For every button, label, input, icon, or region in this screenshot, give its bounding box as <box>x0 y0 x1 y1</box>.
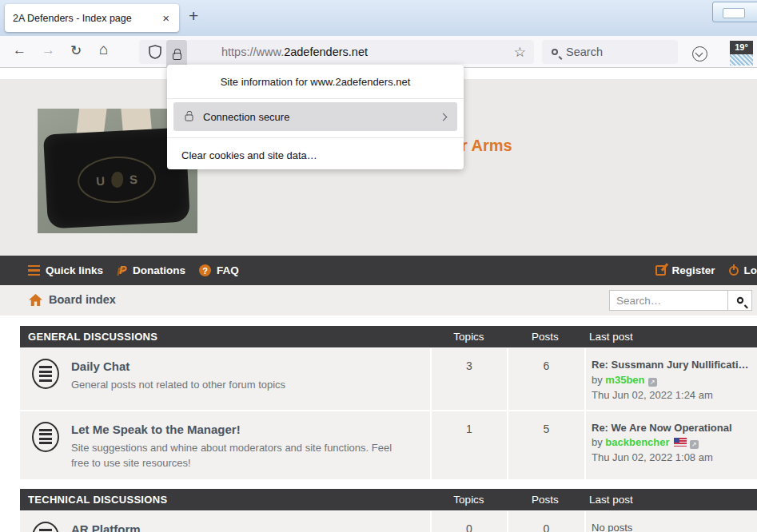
home-icon <box>29 294 42 306</box>
forum-index: GENERAL DISCUSSIONS Topics Posts Last po… <box>20 326 757 532</box>
forum-topics-count: 1 <box>432 411 507 479</box>
paypal-icon <box>117 264 127 277</box>
login-power-icon <box>729 266 739 276</box>
popup-title: Site information for www.2adefenders.net <box>167 65 464 88</box>
lock-icon <box>173 53 181 60</box>
last-post-byline: by backbencher↗ <box>592 436 699 448</box>
new-tab-button[interactable]: + <box>189 6 198 26</box>
last-post-byline: by m35ben↗ <box>592 374 657 386</box>
question-icon: ? <box>199 264 211 276</box>
home-button[interactable]: ⌂ <box>99 41 108 58</box>
forum-link[interactable]: AR Platform <box>71 522 165 532</box>
forum-posts-count: 0 <box>508 511 584 532</box>
eagle-emblem-icon <box>111 172 124 189</box>
register-link[interactable]: Register <box>671 264 715 276</box>
forum-posts-count: 6 <box>508 348 584 410</box>
quick-links-button[interactable]: Quick links <box>28 264 103 276</box>
login-link[interactable]: Lo <box>744 264 757 276</box>
forum-cell-description: AR Platform The AR and variants <box>20 511 430 532</box>
toolbar-search-placeholder: Search <box>566 46 603 58</box>
forum-topic-icon <box>32 522 59 532</box>
tracking-shield-icon[interactable] <box>149 45 161 59</box>
back-button[interactable]: ← <box>13 42 26 58</box>
last-post-time: Thu Jun 02, 2022 1:08 am <box>592 451 713 463</box>
url-domain: 2adefenders.net <box>284 46 368 58</box>
clear-cookies-button[interactable]: Clear cookies and site data… <box>167 138 464 161</box>
url-prefix: https://www. <box>221 46 284 58</box>
breadcrumb-bar: Board index <box>0 285 757 316</box>
forum-posts-count: 5 <box>508 411 584 479</box>
breadcrumb-label: Board index <box>49 293 116 306</box>
section-header-general: GENERAL DISCUSSIONS Topics Posts Last po… <box>20 326 757 347</box>
goto-last-post-icon[interactable]: ↗ <box>690 440 699 449</box>
forum-cell-description: Daily Chat General posts not related to … <box>20 348 430 410</box>
donations-label: Donations <box>133 264 185 276</box>
lock-button[interactable] <box>166 40 187 68</box>
faq-label: FAQ <box>217 264 239 276</box>
window-control-button[interactable] <box>712 2 757 22</box>
bookmark-star-icon[interactable]: ☆ <box>514 44 526 61</box>
tab-strip: 2A Defenders - Index page × + <box>0 0 757 36</box>
tab-close-icon[interactable]: × <box>161 11 171 25</box>
pouch-letter-u: U <box>96 174 106 189</box>
section-header-technical: TECHNICAL DISCUSSIONS Topics Posts Last … <box>20 489 757 510</box>
last-post-author[interactable]: m35ben <box>605 374 644 386</box>
us-flag-icon <box>674 438 687 447</box>
column-topics: Topics <box>431 494 507 506</box>
url-bar[interactable]: https://www.2adefenders.net ☆ <box>139 40 534 64</box>
weather-extension-icon[interactable]: 19° <box>730 41 753 66</box>
forum-last-post: Re: Sussmann Jury Nullificati… by m35ben… <box>586 348 757 410</box>
last-post-link[interactable]: Re: We Are Now Operational <box>592 421 752 436</box>
last-post-author[interactable]: backbencher <box>605 436 669 448</box>
forum-navbar-right: Register Lo <box>655 264 757 276</box>
last-post-time: Thu Jun 02, 2022 1:24 am <box>592 389 713 401</box>
forum-description: General posts not related to other forum… <box>71 377 285 393</box>
connection-secure-label: Connection secure <box>203 111 289 123</box>
pocket-icon[interactable] <box>692 46 707 62</box>
forum-row-manager: Let Me Speak to the Manager! Site sugges… <box>20 411 757 479</box>
search-icon <box>552 49 558 55</box>
section-title[interactable]: TECHNICAL DISCUSSIONS <box>20 494 431 506</box>
browser-tab[interactable]: 2A Defenders - Index page × <box>5 4 179 32</box>
forum-last-post: Re: We Are Now Operational by backbenche… <box>586 411 757 479</box>
forum-topics-count: 0 <box>432 511 507 532</box>
breadcrumb[interactable]: Board index <box>29 293 116 306</box>
column-last-post: Last post <box>584 331 757 343</box>
lock-icon <box>185 114 193 121</box>
tab-title: 2A Defenders - Index page <box>13 13 161 24</box>
weather-rain-icon <box>730 54 753 66</box>
forum-topic-icon <box>32 359 59 389</box>
column-posts: Posts <box>507 494 584 506</box>
forum-search-button[interactable] <box>727 290 752 311</box>
forum-row-daily-chat: Daily Chat General posts not related to … <box>20 348 757 410</box>
reload-button[interactable]: ↻ <box>70 42 82 59</box>
column-posts: Posts <box>507 331 584 343</box>
last-post-link[interactable]: Re: Sussmann Jury Nullificati… <box>592 358 752 373</box>
hamburger-icon <box>28 265 40 276</box>
forum-search-input[interactable] <box>609 290 727 311</box>
forum-search <box>609 290 752 311</box>
pouch-letter-s: S <box>129 173 138 187</box>
forum-topic-icon <box>32 422 59 452</box>
forum-description: Site suggestions and whine about moderat… <box>71 440 407 471</box>
donations-button[interactable]: Donations <box>117 264 185 277</box>
faq-button[interactable]: ? FAQ <box>199 264 239 276</box>
goto-last-post-icon[interactable]: ↗ <box>648 378 657 387</box>
forum-topics-count: 3 <box>432 348 507 410</box>
weather-temperature: 19° <box>730 41 753 54</box>
chevron-right-icon <box>440 113 448 121</box>
site-info-popup: Site information for www.2adefenders.net… <box>167 65 464 169</box>
pouch-emblem: U S <box>77 155 157 205</box>
forum-link[interactable]: Daily Chat <box>71 359 285 373</box>
register-icon <box>655 265 666 276</box>
url-text: https://www.2adefenders.net <box>221 46 368 58</box>
forward-button[interactable]: → <box>42 42 55 58</box>
popup-divider <box>167 98 464 99</box>
forum-navbar: Quick links Donations ? FAQ Register Lo <box>0 256 757 285</box>
section-title[interactable]: GENERAL DISCUSSIONS <box>20 331 431 343</box>
no-posts-label: No posts <box>592 521 752 532</box>
toolbar-search[interactable]: Search <box>542 40 678 64</box>
connection-secure-row[interactable]: Connection secure <box>173 102 457 131</box>
forum-link[interactable]: Let Me Speak to the Manager! <box>71 423 407 436</box>
forum-row-ar-platform: AR Platform The AR and variants 0 0 No p… <box>20 511 757 532</box>
